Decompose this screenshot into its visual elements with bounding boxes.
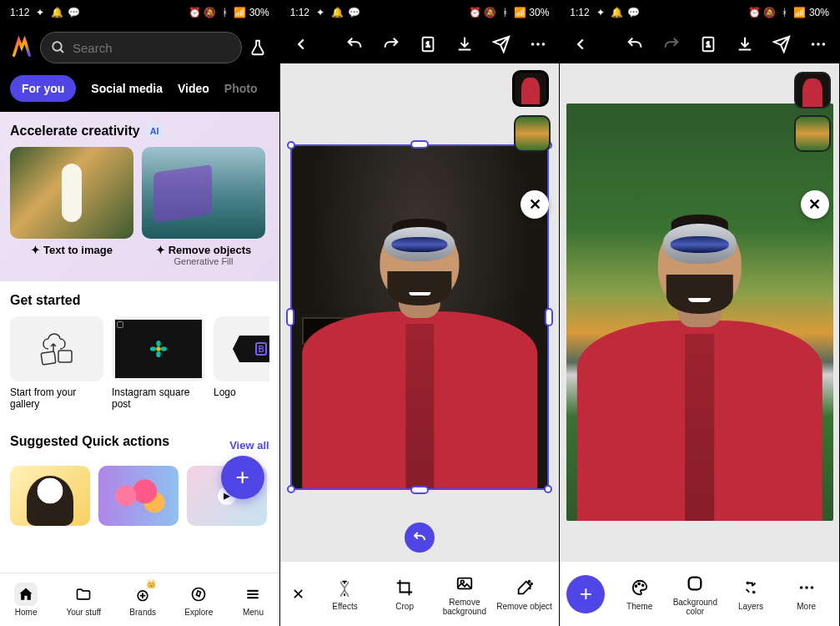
sparkle-icon: ✦ xyxy=(31,244,40,256)
nav-your-stuff[interactable]: Your stuff xyxy=(66,583,101,617)
redo-button[interactable] xyxy=(380,33,402,55)
layer-thumb-landscape[interactable] xyxy=(514,115,551,152)
svg-text:B: B xyxy=(258,345,264,354)
canvas-area[interactable]: ✕ xyxy=(280,63,560,561)
tb-bg-color[interactable]: Background color xyxy=(669,573,722,616)
download-button[interactable] xyxy=(734,33,756,55)
nav-explore[interactable]: Explore xyxy=(184,583,213,617)
search-icon xyxy=(51,40,66,55)
person-subject xyxy=(576,187,822,521)
layer-thumbnails xyxy=(794,72,831,152)
share-button[interactable] xyxy=(771,33,792,55)
tb-more[interactable]: More xyxy=(780,577,832,611)
handle-tl[interactable] xyxy=(287,141,295,149)
view-all-link[interactable]: View all xyxy=(229,439,269,452)
labs-button[interactable] xyxy=(249,36,267,59)
svg-point-36 xyxy=(810,586,813,589)
layer-thumb-landscape[interactable] xyxy=(794,115,831,152)
menu-icon xyxy=(241,583,264,606)
download-icon xyxy=(736,35,754,53)
undo-button[interactable] xyxy=(624,33,646,55)
svg-point-6 xyxy=(156,351,161,357)
card-text-to-image[interactable]: ✦Text to image xyxy=(10,147,133,266)
search-field[interactable] xyxy=(73,41,231,55)
pages-button[interactable]: 1 xyxy=(697,33,719,55)
tb-crop[interactable]: Crop xyxy=(376,577,433,611)
search-input[interactable] xyxy=(40,32,242,63)
canvas[interactable] xyxy=(292,146,547,488)
tb-effects[interactable]: Effects xyxy=(317,577,374,611)
add-button[interactable]: + xyxy=(566,575,605,613)
tab-for-you[interactable]: For you xyxy=(10,75,76,102)
tab-photo[interactable]: Photo xyxy=(224,82,258,95)
get-started-section: Get started Start from your gallery xyxy=(0,281,279,422)
svg-point-35 xyxy=(805,586,808,589)
tab-video[interactable]: Video xyxy=(178,82,209,95)
svg-point-34 xyxy=(799,586,802,589)
network-icon: 📶 xyxy=(234,7,246,18)
nav-menu[interactable]: Menu xyxy=(241,583,264,617)
toolbar-close[interactable]: ✕ xyxy=(287,583,310,606)
card-instagram-post[interactable]: Instagram square post xyxy=(112,316,205,411)
screen-home: 1:12 ✦ 🔔 💬 ⏰ 🔕 ᚼ 📶 30% For you Social me… xyxy=(0,0,280,626)
gallery-thumb xyxy=(10,316,103,381)
back-button[interactable] xyxy=(290,33,312,55)
selection-frame[interactable] xyxy=(290,144,549,490)
canvas-undo-button[interactable] xyxy=(405,523,435,553)
pages-button[interactable]: 1 xyxy=(417,33,439,55)
tb-layers[interactable]: Layers xyxy=(725,577,777,611)
chevron-left-icon xyxy=(571,35,590,53)
tb-theme[interactable]: Theme xyxy=(613,577,666,611)
app-logo-icon[interactable] xyxy=(10,35,33,60)
more-button[interactable] xyxy=(527,33,549,55)
close-layer-button[interactable]: ✕ xyxy=(801,190,829,219)
undo-circle-icon xyxy=(412,530,427,545)
folder-icon xyxy=(72,583,95,606)
app-header xyxy=(0,25,279,70)
tab-social-media[interactable]: Social media xyxy=(91,82,163,95)
sqa-card-1[interactable] xyxy=(10,466,90,526)
sqa-card-2[interactable] xyxy=(98,466,179,526)
get-started-title: Get started xyxy=(10,293,269,308)
redo-button[interactable] xyxy=(661,33,682,55)
nav-home[interactable]: Home xyxy=(14,583,38,617)
sqa-title: Suggested Quick actions xyxy=(10,434,169,449)
photo-layer[interactable] xyxy=(566,103,833,521)
bluetooth-icon: ᚼ xyxy=(219,7,231,18)
status-bar: 1:12✦🔔💬 ⏰🔕ᚼ📶30% xyxy=(560,0,839,25)
more-button[interactable] xyxy=(807,33,829,55)
svg-rect-33 xyxy=(689,577,702,589)
svg-rect-2 xyxy=(58,351,72,362)
card-logo[interactable]: B Logo xyxy=(214,316,269,411)
remove-bg-icon xyxy=(454,573,475,594)
handle-bottom[interactable] xyxy=(410,486,429,494)
canvas[interactable] xyxy=(566,103,833,521)
screen-editor-background: 1:12✦🔔💬 ⏰🔕ᚼ📶30% 1 xyxy=(560,0,840,626)
back-button[interactable] xyxy=(570,33,591,55)
handle-right[interactable] xyxy=(545,308,553,326)
layer-thumb-person[interactable] xyxy=(512,70,549,107)
tb-remove-bg[interactable]: Remove background xyxy=(436,573,493,616)
nav-brands[interactable]: 👑 Brands xyxy=(129,583,156,617)
download-button[interactable] xyxy=(454,33,475,55)
fab-add-button[interactable]: + xyxy=(221,456,264,499)
layers-icon xyxy=(740,577,762,598)
pages-icon: 1 xyxy=(419,35,437,53)
flower-icon xyxy=(149,340,168,358)
handle-left[interactable] xyxy=(286,308,294,326)
undo-button[interactable] xyxy=(344,33,365,55)
share-button[interactable] xyxy=(490,33,512,55)
handle-top[interactable] xyxy=(410,140,429,149)
canvas-area[interactable]: ✕ xyxy=(560,63,839,561)
logo-thumb: B xyxy=(214,316,269,381)
handle-bl[interactable] xyxy=(287,485,295,493)
mute-icon: 🔕 xyxy=(204,7,216,18)
tb-remove-object[interactable]: Remove object xyxy=(496,577,553,611)
home-body: Accelerate creativity AI ✦Text to image … xyxy=(0,112,279,573)
card-remove-objects[interactable]: ✦Remove objects Generative Fill xyxy=(142,147,265,266)
svg-point-18 xyxy=(531,43,535,46)
card-start-gallery[interactable]: Start from your gallery xyxy=(10,316,103,411)
handle-br[interactable] xyxy=(544,485,552,493)
layer-thumb-person[interactable] xyxy=(794,72,831,109)
svg-point-23 xyxy=(528,581,530,583)
